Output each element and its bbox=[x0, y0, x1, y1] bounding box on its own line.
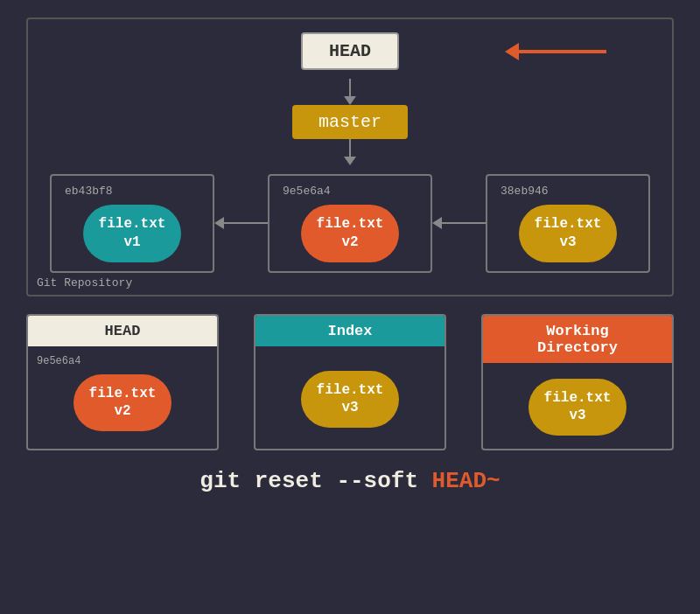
command-text-white: git reset --soft bbox=[200, 468, 431, 494]
head-arrow bbox=[505, 43, 606, 60]
arrow-head-icon-3 bbox=[432, 217, 442, 229]
arrow-down-icon bbox=[344, 96, 356, 105]
arrow-line bbox=[519, 50, 606, 53]
blob-file-1: file.txt bbox=[99, 216, 166, 232]
blob-version-1: v1 bbox=[123, 234, 140, 250]
arrow-line-2 bbox=[224, 222, 268, 224]
commit-hash-1: eb43bf8 bbox=[65, 185, 113, 198]
command-text-orange: HEAD~ bbox=[432, 468, 500, 494]
git-repo-section: HEAD master eb43bf8 file.txt v1 bbox=[26, 17, 674, 297]
file-blob-1: file.txt v1 bbox=[83, 205, 182, 262]
file-blob-2: file.txt v2 bbox=[301, 205, 400, 262]
bottom-head-box: HEAD 9e5e6a4 file.txt v2 bbox=[26, 314, 219, 451]
blob-version-2: v2 bbox=[341, 234, 358, 250]
bottom-head-blob: file.txt v2 bbox=[74, 374, 172, 432]
blob-file-2: file.txt bbox=[317, 216, 384, 232]
arrow-line-3 bbox=[442, 222, 486, 224]
bottom-workdir-file: file.txt bbox=[544, 390, 612, 406]
arrow-head-icon-2 bbox=[214, 217, 224, 229]
head-to-master-connector bbox=[41, 79, 659, 105]
arrow-2-to-1 bbox=[214, 217, 268, 229]
git-repo-label: Git Repository bbox=[37, 276, 132, 290]
bottom-head-file: file.txt bbox=[89, 386, 157, 401]
file-blob-3: file.txt v3 bbox=[519, 205, 618, 262]
v-line bbox=[349, 79, 351, 96]
bottom-head-hash: 9e5e6a4 bbox=[37, 355, 80, 367]
bottom-workdir-box: Working Directory file.txt v3 bbox=[481, 314, 674, 451]
bottom-index-header: Index bbox=[256, 316, 444, 346]
bottom-index-version: v3 bbox=[341, 400, 358, 415]
arrow-3-to-2 bbox=[432, 217, 486, 229]
bottom-workdir-header: Working Directory bbox=[483, 316, 672, 363]
master-container: master bbox=[41, 105, 659, 139]
bottom-index-file: file.txt bbox=[317, 382, 384, 398]
blob-file-3: file.txt bbox=[535, 216, 602, 232]
bottom-workdir-version: v3 bbox=[569, 408, 585, 423]
command-line: git reset --soft HEAD~ bbox=[200, 468, 500, 494]
head-container: HEAD bbox=[41, 32, 659, 70]
commit-box-3: 38eb946 file.txt v3 bbox=[486, 174, 650, 273]
bottom-index-box: Index file.txt v3 bbox=[254, 314, 446, 451]
master-to-commits-connector bbox=[41, 139, 659, 165]
arrow-head-icon bbox=[505, 43, 519, 60]
head-box: HEAD bbox=[301, 32, 399, 70]
v-line-2 bbox=[349, 139, 351, 157]
blob-version-3: v3 bbox=[559, 234, 576, 250]
arrow-down-icon-2 bbox=[344, 157, 356, 165]
commit-box-1: eb43bf8 file.txt v1 bbox=[50, 174, 214, 273]
bottom-section: HEAD 9e5e6a4 file.txt v2 Index file.txt … bbox=[26, 314, 674, 451]
bottom-index-blob: file.txt v3 bbox=[301, 371, 400, 429]
bottom-head-version: v2 bbox=[114, 403, 130, 419]
bottom-workdir-blob: file.txt v3 bbox=[528, 379, 627, 436]
commit-box-2: 9e5e6a4 file.txt v2 bbox=[268, 174, 432, 273]
commit-hash-2: 9e5e6a4 bbox=[283, 185, 331, 198]
commits-row: eb43bf8 file.txt v1 9e5e6a4 file.txt v2 bbox=[41, 174, 659, 273]
bottom-head-header: HEAD bbox=[28, 316, 217, 346]
master-box: master bbox=[292, 105, 408, 139]
commit-hash-3: 38eb946 bbox=[500, 185, 549, 198]
